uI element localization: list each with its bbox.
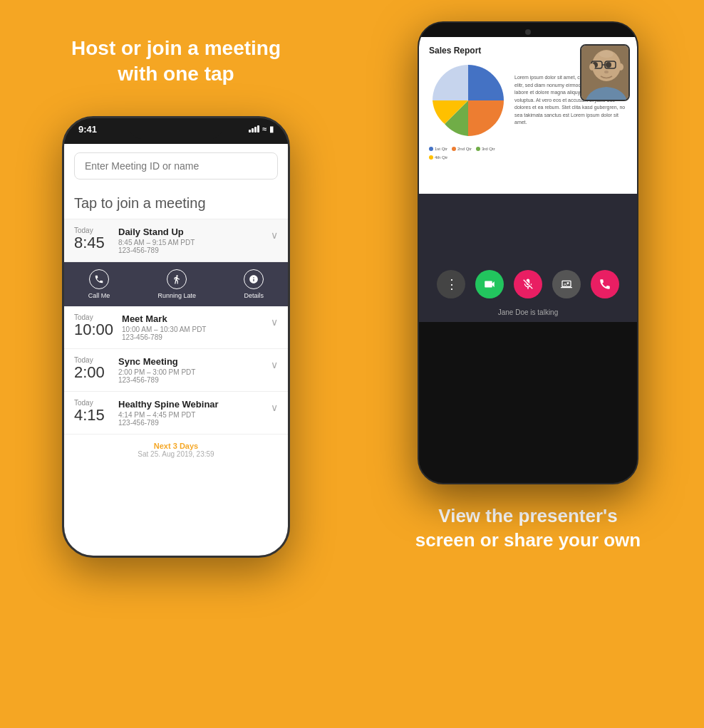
meeting-subtitle-3: 2:00 PM – 3:00 PM PDT 123-456-789 [118,368,262,384]
status-icons: ≈ ▮ [249,124,274,135]
status-time: 9:41 [78,124,97,135]
svg-point-7 [606,62,611,68]
signal-bars-icon [249,125,259,132]
call-me-icon [89,269,109,289]
battery-icon: ▮ [269,125,274,134]
wifi-icon: ≈ [262,125,266,133]
details-button[interactable]: Details [244,269,264,299]
phone-right: Sales Report [418,21,638,484]
svg-point-9 [589,63,595,71]
details-label: Details [244,292,264,299]
call-me-label: Call Me [88,292,110,299]
time-col-1: Today 8:45 [74,227,110,251]
video-camera-icon [483,278,496,291]
meeting-hour-2: 10:00 [74,321,113,338]
meeting-title-4: Healthy Spine Webinar [118,399,262,410]
chevron-icon-2: ∨ [271,316,278,328]
meeting-item-2[interactable]: Today 10:00 Meet Mark 10:00 AM – 10:30 A… [64,306,288,349]
left-headline: Host or join a meeting with one tap [71,36,281,88]
screen-share-icon [561,279,572,290]
next-days-footer: Next 3 Days Sat 25. Aug 2019, 23:59 [64,435,288,465]
pie-chart: 1st Qtr 2nd Qtr 3rd Qtr [429,61,507,140]
meeting-title-1: Daily Stand Up [118,227,262,237]
avatar-thumbnail [580,44,630,101]
mic-off-icon [522,278,534,291]
svg-point-10 [618,63,623,71]
meeting-subtitle-2: 10:00 AM – 10:30 AM PDT 123-456-789 [122,326,262,341]
talking-label: Jane Doe is talking [419,308,637,322]
call-me-button[interactable]: Call Me [88,269,110,299]
meeting-subtitle-4: 4:14 PM – 4:45 PM PDT 123-456-789 [118,411,262,427]
screen-share-button[interactable] [552,270,581,298]
svg-point-0 [177,275,178,276]
time-col-3: Today 2:00 [74,356,110,381]
meeting-item-1[interactable]: Today 8:45 Daily Stand Up 8:45 AM – 9:15… [64,219,288,262]
phone-left: 9:41 ≈ ▮ Tap t [62,116,290,558]
more-options-button[interactable]: ⋮ [437,270,465,298]
meeting-details-2: Meet Mark 10:00 AM – 10:30 AM PDT 123-45… [122,313,262,341]
sensor-dot [525,29,531,35]
end-call-icon [599,278,611,291]
meeting-id-input[interactable] [74,152,278,180]
meeting-details-3: Sync Meeting 2:00 PM – 3:00 PM PDT 123-4… [118,356,262,384]
status-bar: 9:41 ≈ ▮ [64,124,288,135]
time-col-4: Today 4:15 [74,399,110,424]
next-days-date: Sat 25. Aug 2019, 23:59 [71,450,281,458]
meeting-item-3[interactable]: Today 2:00 Sync Meeting 2:00 PM – 3:00 P… [64,349,288,392]
svg-point-11 [599,51,614,58]
meeting-input-area [64,144,288,188]
meeting-subtitle-1: 8:45 AM – 9:15 AM PDT 123-456-789 [118,239,262,254]
details-icon [244,269,264,289]
next-days-label: Next 3 Days [71,442,281,450]
action-bar: Call Me Running Late Details [64,262,288,306]
video-button[interactable] [475,270,504,298]
meeting-hour-1: 8:45 [74,234,110,251]
right-panel: Sales Report [352,0,704,728]
call-controls: ⋮ [419,260,637,308]
meeting-details-1: Daily Stand Up 8:45 AM – 9:15 AM PDT 123… [118,227,262,254]
tap-to-join[interactable]: Tap to join a meeting [64,188,288,219]
meeting-hour-3: 2:00 [74,364,110,381]
phone-screen: Tap to join a meeting Today 8:45 Daily S… [64,144,288,556]
presenter-area: Sales Report [419,37,637,194]
meeting-title-2: Meet Mark [122,313,262,324]
running-late-button[interactable]: Running Late [157,269,196,299]
time-col-2: Today 10:00 [74,313,113,338]
meeting-hour-4: 4:15 [74,407,110,424]
chevron-icon-4: ∨ [271,402,278,413]
meeting-details-4: Healthy Spine Webinar 4:14 PM – 4:45 PM … [118,399,262,427]
mute-button[interactable] [514,270,542,298]
running-late-icon [167,269,187,289]
end-call-button[interactable] [591,270,619,298]
notch-bar: 9:41 ≈ ▮ [64,118,288,144]
left-panel: Host or join a meeting with one tap 9:41… [0,0,352,728]
chevron-icon-1: ∨ [271,229,278,241]
legend-4th-qtr: 4th Qtr [429,155,447,160]
legend-2nd-qtr: 2nd Qtr [452,147,472,151]
running-late-label: Running Late [157,292,196,299]
video-area: ⋮ Jane Doe is talking [419,194,637,322]
legend-1st-qtr: 1st Qtr [429,147,447,151]
more-options-icon: ⋮ [445,276,457,292]
pie-legend: 1st Qtr 2nd Qtr 3rd Qtr [429,147,507,160]
right-headline: View the presenter's screen or share you… [415,504,641,553]
meeting-title-3: Sync Meeting [118,356,262,367]
chevron-icon-3: ∨ [271,359,278,370]
meeting-item-4[interactable]: Today 4:15 Healthy Spine Webinar 4:14 PM… [64,392,288,435]
phone-top-bar [419,23,637,37]
svg-point-8 [604,71,609,73]
legend-3rd-qtr: 3rd Qtr [476,147,495,151]
